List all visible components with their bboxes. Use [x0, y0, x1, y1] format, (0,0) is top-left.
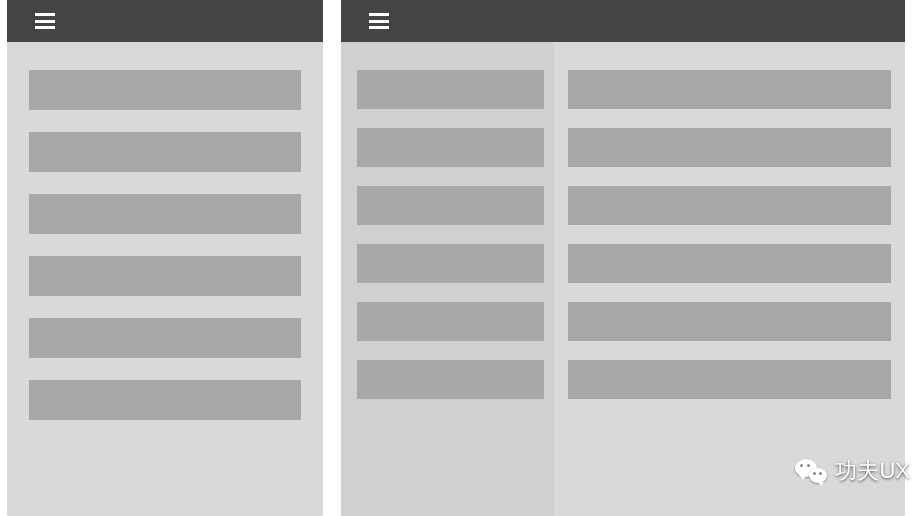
hamburger-menu-icon[interactable]: [35, 13, 55, 29]
topbar-left: [7, 0, 323, 42]
content-item[interactable]: [568, 360, 891, 399]
sidebar-column: [341, 42, 554, 516]
single-column-layout-panel: [7, 0, 323, 516]
content-item[interactable]: [568, 70, 891, 109]
watermark-text: 功夫UX: [835, 456, 910, 486]
two-column-layout-panel: [341, 0, 905, 516]
list-item[interactable]: [29, 132, 301, 172]
two-column-body: [341, 42, 905, 516]
wechat-icon: [795, 457, 827, 485]
content-item[interactable]: [568, 302, 891, 341]
sidebar-item[interactable]: [357, 128, 544, 167]
hamburger-menu-icon[interactable]: [369, 13, 389, 29]
main-content-column: [554, 42, 905, 516]
list-item[interactable]: [29, 70, 301, 110]
content-item[interactable]: [568, 128, 891, 167]
watermark: 功夫UX: [795, 456, 910, 486]
list-item[interactable]: [29, 256, 301, 296]
content-item[interactable]: [568, 244, 891, 283]
topbar-right: [341, 0, 905, 42]
sidebar-item[interactable]: [357, 302, 544, 341]
list-item[interactable]: [29, 318, 301, 358]
list-item[interactable]: [29, 194, 301, 234]
sidebar-item[interactable]: [357, 70, 544, 109]
content-item[interactable]: [568, 186, 891, 225]
sidebar-item[interactable]: [357, 360, 544, 399]
sidebar-item[interactable]: [357, 186, 544, 225]
single-column-content: [7, 42, 323, 440]
sidebar-item[interactable]: [357, 244, 544, 283]
list-item[interactable]: [29, 380, 301, 420]
layout-comparison-container: [0, 0, 924, 516]
